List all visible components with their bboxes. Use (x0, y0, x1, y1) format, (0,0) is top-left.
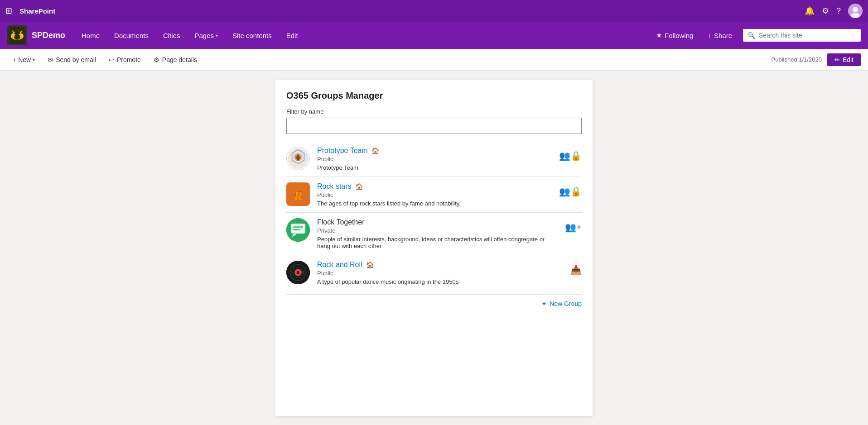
teams-icon: 🏠 (355, 183, 363, 190)
group-name-row: Rock and Roll 🏠 (317, 261, 563, 269)
panel-title: O365 Groups Manager (286, 91, 582, 101)
app-title: SharePoint (19, 7, 55, 15)
edit-button[interactable]: ✏ Edit (827, 53, 861, 66)
group-action[interactable]: 👥+ (565, 218, 582, 233)
published-info: Published 1/1/2020 (772, 56, 822, 63)
site-logo[interactable] (7, 25, 27, 45)
group-action[interactable]: 📥 (570, 261, 582, 275)
svg-point-28 (297, 271, 299, 274)
group-name-link[interactable]: Rock stars (317, 182, 352, 191)
svg-rect-21 (293, 229, 300, 230)
search-input[interactable] (759, 32, 856, 39)
svg-point-6 (14, 34, 20, 38)
group-name-row: Prototype Team 🏠 (317, 147, 552, 155)
svg-text:R: R (294, 188, 303, 202)
members-add-icon: 👥+ (565, 222, 582, 233)
settings-icon[interactable]: ⚙ (822, 6, 829, 16)
share-button[interactable]: ↑ Share (700, 22, 739, 49)
group-privacy: Public (317, 270, 563, 277)
star-icon: ★ (656, 31, 662, 39)
group-name-row: Flock Together (317, 218, 558, 226)
new-button[interactable]: + New ▾ (7, 52, 40, 68)
nav-pages[interactable]: Pages ▾ (187, 22, 225, 49)
send-email-button[interactable]: ✉ Send by email (42, 52, 101, 68)
page-details-button[interactable]: ⚙ Page details (148, 52, 203, 68)
plus-icon: + (13, 56, 16, 63)
search-icon: 🔍 (747, 32, 755, 39)
teams-icon: 🏠 (366, 261, 374, 268)
groups-list: Prototype Team 🏠 Public Prototype Team 👥… (275, 141, 593, 291)
group-avatar-rocknroll (286, 261, 310, 284)
top-bar: ⊞ SharePoint 🔔 ⚙ ? (0, 0, 868, 22)
svg-rect-18 (291, 224, 305, 234)
group-action[interactable]: 👥🔒 (559, 147, 582, 161)
main-content: O365 Groups Manager Filter by name (0, 71, 868, 425)
group-desc: A type of popular dance music originatin… (317, 278, 563, 285)
site-nav: SPDemo Home Documents Cities Pages ▾ Sit… (0, 22, 868, 49)
group-item: R R Rock stars 🏠 Public The ages of top … (286, 177, 582, 213)
promote-icon: ↩ (109, 56, 114, 63)
email-icon: ✉ (48, 56, 53, 63)
chevron-down-icon: ▾ (216, 33, 218, 38)
group-name: Flock Together (317, 218, 365, 226)
group-info: Rock stars 🏠 Public The ages of top rock… (317, 182, 552, 207)
toolbar-right: Published 1/1/2020 ✏ Edit (772, 53, 861, 66)
group-name-link[interactable]: Prototype Team (317, 147, 368, 155)
top-bar-icons: 🔔 ⚙ ? (805, 4, 863, 18)
group-info: Rock and Roll 🏠 Public A type of popular… (317, 261, 563, 285)
nav-documents[interactable]: Documents (107, 22, 156, 49)
group-action[interactable]: 👥🔒 (559, 182, 582, 197)
group-name-link[interactable]: Rock and Roll (317, 261, 362, 269)
panel-footer: ✦ New Group (286, 294, 582, 307)
filter-label: Filter by name (286, 108, 582, 115)
teams-icon: 🏠 (371, 147, 379, 154)
group-privacy: Public (317, 191, 552, 198)
filter-input[interactable] (286, 118, 582, 134)
search-box: 🔍 (743, 29, 861, 42)
group-privacy: Public (317, 156, 552, 162)
site-name: SPDemo (32, 31, 65, 40)
page-details-icon: ⚙ (154, 56, 159, 63)
avatar[interactable] (848, 4, 863, 18)
group-avatar-rockstars: R R (286, 182, 310, 206)
group-item: Flock Together Private People of similar… (286, 213, 582, 255)
site-nav-right: ★ Following ↑ Share 🔍 (649, 22, 861, 49)
members-icon: 👥🔒 (559, 186, 582, 197)
help-icon[interactable]: ? (836, 6, 841, 16)
groups-panel: O365 Groups Manager Filter by name (275, 80, 593, 416)
chevron-down-icon: ▾ (33, 57, 35, 62)
promote-button[interactable]: ↩ Promote (103, 52, 146, 68)
nav-site-contents[interactable]: Site contents (225, 22, 279, 49)
group-info: Flock Together Private People of similar… (317, 218, 558, 249)
members-icon: 👥🔒 (559, 150, 582, 161)
group-desc: People of similar interests, background,… (317, 236, 558, 249)
svg-point-1 (853, 7, 858, 12)
notification-icon[interactable]: 🔔 (805, 6, 815, 16)
share-icon: ↑ (708, 32, 711, 39)
group-name-row: Rock stars 🏠 (317, 182, 552, 191)
download-icon: 📥 (570, 264, 582, 275)
nav-cities[interactable]: Cities (156, 22, 188, 49)
group-info: Prototype Team 🏠 Public Prototype Team (317, 147, 552, 171)
nav-home[interactable]: Home (74, 22, 107, 49)
group-privacy: Private (317, 227, 558, 234)
edit-icon: ✏ (834, 56, 840, 63)
svg-rect-20 (293, 226, 303, 228)
group-item: Rock and Roll 🏠 Public A type of popular… (286, 255, 582, 291)
new-group-button[interactable]: ✦ New Group (541, 300, 582, 307)
new-group-icon: ✦ (541, 300, 547, 307)
group-desc: The ages of top rock stars listed by fam… (317, 200, 552, 207)
site-nav-links: Home Documents Cities Pages ▾ Site conte… (74, 22, 649, 49)
nav-edit[interactable]: Edit (279, 22, 305, 49)
group-avatar-flock (286, 218, 310, 242)
group-avatar-prototype (286, 147, 310, 170)
following-button[interactable]: ★ Following (649, 22, 700, 49)
waffle-icon[interactable]: ⊞ (5, 6, 12, 16)
toolbar: + New ▾ ✉ Send by email ↩ Promote ⚙ Page… (0, 49, 868, 71)
group-desc: Prototype Team (317, 164, 552, 171)
group-item: Prototype Team 🏠 Public Prototype Team 👥… (286, 141, 582, 177)
